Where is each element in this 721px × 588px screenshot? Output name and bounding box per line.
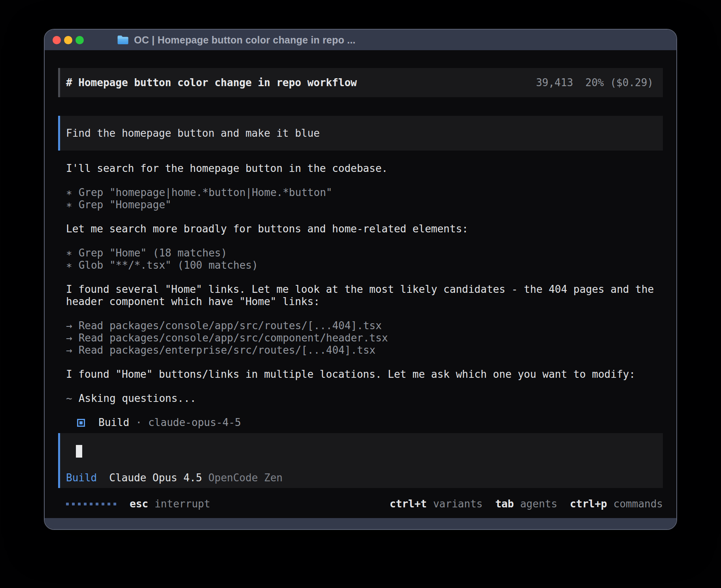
status-bar: esc interrupt ctrl+t variants tab agents bbox=[58, 498, 663, 510]
tool-call: → Read packages/console/app/src/componen… bbox=[66, 332, 663, 344]
folder-icon bbox=[117, 35, 129, 45]
tool-bullet-icon: ∗ bbox=[66, 247, 72, 259]
tool-call: ∗ Grep "homepage|home.*button|Home.*butt… bbox=[66, 187, 663, 199]
user-message-text: Find the homepage button and make it blu… bbox=[66, 127, 320, 139]
assistant-text: I found "Home" buttons/links in multiple… bbox=[66, 368, 663, 381]
tool-call: ∗ Grep "Homepage" bbox=[66, 199, 663, 211]
shortcut-key: ctrl+p bbox=[570, 498, 607, 510]
tool-arrow-icon: → bbox=[66, 344, 72, 356]
shortcut-variants: ctrl+t variants bbox=[390, 498, 483, 510]
input-meta: Build Claude Opus 4.5 OpenCode Zen bbox=[66, 472, 663, 484]
shortcut-commands: ctrl+p commands bbox=[570, 498, 663, 510]
dot-separator: · bbox=[136, 416, 142, 429]
spinner-dots-icon bbox=[66, 503, 116, 505]
shortcut-hints: ctrl+t variants tab agents ctrl+p comman… bbox=[390, 498, 663, 510]
input-agent-label[interactable]: Build bbox=[66, 472, 97, 484]
tool-bullet-icon: ∗ bbox=[66, 199, 72, 211]
terminal-content: # Homepage button color change in repo w… bbox=[45, 50, 676, 518]
terminal-window: OC | Homepage button color change in rep… bbox=[44, 29, 677, 530]
assistant-text: Let me search more broadly for buttons a… bbox=[66, 223, 663, 235]
tool-bullet-icon: ∗ bbox=[66, 187, 72, 199]
text-cursor bbox=[76, 445, 82, 458]
close-button[interactable] bbox=[53, 36, 61, 44]
tool-call-label: Read packages/enterprise/src/routes/[...… bbox=[79, 344, 376, 356]
bottom-group: Build Claude Opus 4.5 OpenCode Zen esc i… bbox=[58, 433, 663, 510]
session-stats: 39,413 20% ($0.29) bbox=[536, 77, 653, 89]
session-header: # Homepage button color change in repo w… bbox=[58, 68, 663, 97]
window-bottom-edge bbox=[45, 518, 676, 529]
assistant-transcript[interactable]: I'll search for the homepage button in t… bbox=[58, 151, 663, 429]
prompt-input[interactable]: Build Claude Opus 4.5 OpenCode Zen bbox=[58, 433, 663, 488]
shortcut-agents: tab agents bbox=[495, 498, 557, 510]
shortcut-label: commands bbox=[613, 498, 663, 510]
agent-badge-icon bbox=[77, 419, 85, 427]
session-title: # Homepage button color change in repo w… bbox=[66, 77, 357, 89]
token-count: 39,413 bbox=[536, 77, 573, 89]
window-title: OC | Homepage button color change in rep… bbox=[134, 34, 355, 46]
shortcut-esc: esc interrupt bbox=[130, 498, 210, 510]
assistant-text: header component which have "Home" links… bbox=[66, 296, 663, 308]
assistant-text: I'll search for the homepage button in t… bbox=[66, 162, 663, 175]
tool-call-label: Read packages/console/app/src/routes/[..… bbox=[79, 320, 382, 332]
shortcut-label: variants bbox=[433, 498, 483, 510]
tool-arrow-icon: → bbox=[66, 332, 72, 344]
activity-status: ~ Asking questions... bbox=[66, 392, 663, 405]
tool-call: → Read packages/console/app/src/routes/[… bbox=[66, 320, 663, 332]
tool-call: ∗ Glob "**/*.tsx" (100 matches) bbox=[66, 259, 663, 271]
activity-label: Asking questions... bbox=[79, 392, 196, 405]
tool-arrow-icon: → bbox=[66, 320, 72, 332]
tool-call-label: Grep "Home" (18 matches) bbox=[79, 247, 227, 259]
esc-key: esc bbox=[130, 498, 148, 510]
tool-call-label: Read packages/console/app/src/component/… bbox=[79, 332, 388, 344]
input-model-label[interactable]: Claude Opus 4.5 bbox=[109, 472, 202, 484]
minimize-button[interactable] bbox=[64, 36, 72, 44]
zoom-button[interactable] bbox=[75, 36, 84, 44]
titlebar[interactable]: OC | Homepage button color change in rep… bbox=[45, 30, 676, 50]
titlebar-title-group: OC | Homepage button color change in rep… bbox=[117, 34, 355, 46]
tool-call-label: Grep "Homepage" bbox=[79, 199, 172, 211]
input-provider-label: OpenCode Zen bbox=[208, 472, 283, 484]
shortcut-key: ctrl+t bbox=[390, 498, 427, 510]
context-usage-cost: 20% ($0.29) bbox=[585, 77, 653, 89]
shortcut-key: tab bbox=[495, 498, 514, 510]
desktop: OC | Homepage button color change in rep… bbox=[0, 0, 721, 588]
tool-call-label: Grep "homepage|home.*button|Home.*button… bbox=[79, 187, 332, 199]
tilde-icon: ~ bbox=[66, 392, 72, 405]
tool-call: → Read packages/enterprise/src/routes/[.… bbox=[66, 344, 663, 356]
assistant-text: I found several "Home" links. Let me loo… bbox=[66, 283, 663, 296]
agent-model-line: Build · claude-opus-4-5 bbox=[77, 416, 663, 429]
model-name: claude-opus-4-5 bbox=[148, 416, 241, 429]
tool-bullet-icon: ∗ bbox=[66, 259, 72, 271]
window-controls bbox=[53, 36, 84, 44]
shortcut-label: agents bbox=[520, 498, 557, 510]
user-message: Find the homepage button and make it blu… bbox=[58, 116, 663, 151]
agent-name: Build bbox=[98, 416, 129, 429]
esc-label: interrupt bbox=[155, 498, 210, 510]
tool-call-label: Glob "**/*.tsx" (100 matches) bbox=[79, 259, 258, 271]
tool-call: ∗ Grep "Home" (18 matches) bbox=[66, 247, 663, 259]
